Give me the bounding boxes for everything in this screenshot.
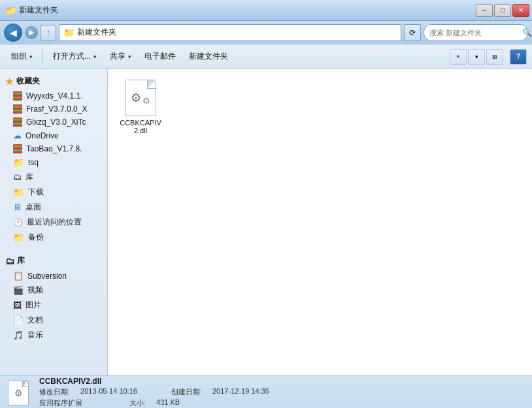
sidebar-item-download[interactable]: 📁 下载 (0, 185, 107, 200)
sidebar-item-label: 视频 (27, 285, 43, 296)
organize-button[interactable]: 组织 ▾ (5, 48, 39, 66)
main-area: ★ 收藏夹 Wyyxds_V4.1.1. Frasf_V3.7.0.0_X Gl… (0, 69, 532, 375)
subversion-icon: 📋 (13, 271, 24, 281)
status-dll-page: ⚙ (8, 381, 29, 405)
striped-icon (13, 118, 22, 127)
sidebar-item-label: Subversion (27, 272, 67, 281)
file-item-dll[interactable]: ⚙ ⚙ CCBKCAPIV2.dll (114, 76, 167, 138)
sidebar-item-label: 备份 (28, 232, 44, 243)
forward-button[interactable]: ▶ (25, 26, 38, 39)
open-with-button[interactable]: 打开方式... ▾ (47, 48, 103, 66)
status-gear-icon: ⚙ (14, 388, 23, 398)
title-folder-icon: 📁 (5, 5, 16, 16)
desktop-icon: 🖥 (13, 202, 22, 212)
minimize-button[interactable]: ─ (476, 4, 493, 17)
library-section[interactable]: 🗂 库 (0, 253, 107, 269)
open-dropdown-icon: ▾ (93, 54, 97, 60)
view-dropdown-button[interactable]: ▾ (468, 49, 485, 65)
status-type: 应用程序扩展 (39, 398, 82, 408)
dll-page: ⚙ ⚙ (125, 80, 156, 116)
sidebar-item-doc[interactable]: 📄 文档 (0, 313, 107, 328)
sidebar-item-music[interactable]: 🎵 音乐 (0, 328, 107, 343)
window-title: 新建文件夹 (19, 5, 58, 16)
status-details-row1: 修改日期: 2013-05-14 10:16 创建日期: 2017-12-19 … (39, 387, 269, 397)
share-button[interactable]: 共享 ▾ (104, 48, 137, 66)
title-controls: ─ □ ✕ (476, 4, 529, 17)
striped-icon (13, 104, 22, 114)
sidebar-item-label: OneDrive (25, 131, 59, 140)
refresh-icon: ⟳ (409, 28, 416, 37)
onedrive-icon: ☁ (13, 131, 22, 140)
sidebar-item-label: 音乐 (27, 330, 43, 341)
dll-icon: ⚙ ⚙ (122, 80, 159, 116)
status-filename: CCBKCAPIV2.dll (39, 377, 269, 386)
new-folder-button[interactable]: 新建文件夹 (183, 48, 234, 66)
sidebar-item-label: TaoBao_V1.7.8. (26, 144, 82, 153)
gear-large-icon: ⚙ (131, 91, 141, 105)
status-created: 2017-12-19 14:35 (212, 387, 269, 397)
dll-gears: ⚙ ⚙ (131, 91, 150, 105)
status-details-row2: 应用程序扩展 大小: 431 KB (39, 398, 269, 408)
library-section-label: 库 (17, 255, 25, 266)
sidebar-item-label: 桌面 (25, 202, 41, 213)
sidebar-item-backup[interactable]: 📁 备份 (0, 230, 107, 245)
refresh-button[interactable]: ⟳ (404, 24, 421, 41)
status-spacer (148, 387, 161, 397)
back-icon: ◀ (10, 27, 17, 38)
library-icon: 🗂 (13, 172, 22, 182)
search-input[interactable] (429, 29, 520, 37)
sidebar-item-image[interactable]: 🖼 图片 (0, 298, 107, 313)
download-folder-icon: 📁 (13, 187, 24, 198)
close-button[interactable]: ✕ (512, 4, 529, 17)
new-folder-label: 新建文件夹 (189, 51, 228, 62)
recent-icon: 🕐 (13, 218, 23, 227)
status-size: 431 KB (156, 398, 180, 408)
search-icon: 🔍 (522, 28, 532, 37)
view-details-button[interactable]: ≡ (450, 49, 467, 65)
maximize-button[interactable]: □ (494, 4, 511, 17)
email-label: 电子邮件 (144, 51, 176, 62)
address-bar: ◀ ▶ ↑ 📁 新建文件夹 ⟳ 🔍 (0, 21, 532, 44)
doc-icon: 📄 (13, 315, 24, 325)
library-section-icon: 🗂 (5, 256, 14, 266)
back-button[interactable]: ◀ (4, 24, 22, 42)
view-tiles-button[interactable]: ⊞ (486, 49, 503, 65)
help-button[interactable]: ? (510, 49, 527, 65)
gear-small-icon: ⚙ (142, 96, 150, 106)
video-icon: 🎬 (13, 285, 24, 295)
toolbar-separator-1 (42, 49, 43, 65)
search-box[interactable]: 🔍 (424, 24, 528, 41)
title-bar: 📁 新建文件夹 ─ □ ✕ (0, 0, 532, 21)
sidebar-item-label: 最近访问的位置 (27, 217, 82, 228)
address-path[interactable]: 📁 新建文件夹 (59, 24, 401, 41)
status-modified: 2013-05-14 10:16 (80, 387, 137, 397)
sidebar-item-label: Frasf_V3.7.0.0_X (26, 104, 87, 114)
favorites-section[interactable]: ★ 收藏夹 (0, 73, 107, 89)
status-bar: ⚙ CCBKCAPIV2.dll 修改日期: 2013-05-14 10:16 … (0, 375, 532, 408)
striped-icon (13, 91, 22, 101)
sidebar-item-ku[interactable]: 🗂 库 (0, 170, 107, 185)
striped-icon (13, 144, 22, 153)
music-icon: 🎵 (13, 330, 24, 340)
sidebar-item-glxzq[interactable]: Glxzq_V3.0_XiTc (0, 116, 107, 129)
sidebar-item-label: Wyyxds_V4.1.1. (26, 91, 83, 101)
sidebar-item-tsq[interactable]: 📁 tsq (0, 155, 107, 170)
open-with-label: 打开方式... (53, 51, 91, 62)
email-button[interactable]: 电子邮件 (139, 48, 182, 66)
up-button[interactable]: ↑ (41, 25, 56, 40)
sidebar-item-subversion[interactable]: 📋 Subversion (0, 269, 107, 283)
sidebar-item-video[interactable]: 🎬 视频 (0, 283, 107, 298)
sidebar-divider (0, 245, 107, 250)
sidebar: ★ 收藏夹 Wyyxds_V4.1.1. Frasf_V3.7.0.0_X Gl… (0, 69, 108, 375)
path-folder-icon: 📁 (63, 27, 75, 38)
toolbar: 组织 ▾ 打开方式... ▾ 共享 ▾ 电子邮件 新建文件夹 ≡ ▾ ⊞ ? (0, 44, 532, 69)
sidebar-item-taobao[interactable]: TaoBao_V1.7.8. (0, 142, 107, 155)
sidebar-item-wyyxds[interactable]: Wyyxds_V4.1.1. (0, 89, 107, 102)
image-icon: 🖼 (13, 300, 22, 310)
sidebar-item-frasf[interactable]: Frasf_V3.7.0.0_X (0, 102, 107, 116)
sidebar-item-recent[interactable]: 🕐 最近访问的位置 (0, 215, 107, 230)
sidebar-item-onedrive[interactable]: ☁ OneDrive (0, 129, 107, 142)
status-text: CCBKCAPIV2.dll 修改日期: 2013-05-14 10:16 创建… (39, 377, 269, 408)
sidebar-item-label: 下载 (28, 187, 44, 198)
sidebar-item-desktop[interactable]: 🖥 桌面 (0, 200, 107, 215)
